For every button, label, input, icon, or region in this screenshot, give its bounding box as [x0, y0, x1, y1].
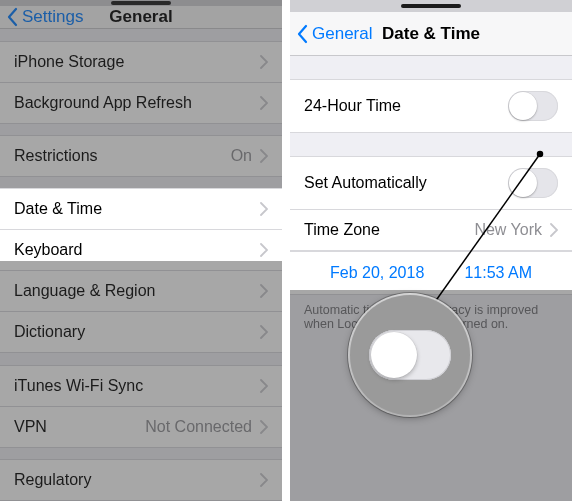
zoom-callout — [350, 295, 470, 415]
callout-leader-line — [0, 0, 572, 501]
toggle-zoomed-icon — [369, 330, 451, 380]
svg-point-1 — [538, 152, 543, 157]
